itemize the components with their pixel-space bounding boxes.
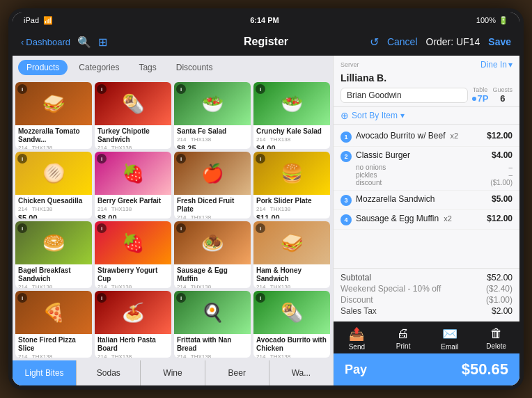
product-num-13: 214 THX138 [18,353,89,358]
product-num-10: 214 THX138 [97,284,169,288]
status-left: iPad 📶 [24,16,53,25]
product-card-11[interactable]: 🧆 i Sausage & Egg Muffin 214 THX138 $6.0… [174,221,251,288]
info-badge-7: i [176,154,186,164]
product-card-15[interactable]: 🍳 i Frittata with Nan Bread 214 THX138 $… [174,291,251,358]
product-num-1: 214 THX138 [18,145,89,149]
product-card-5[interactable]: 🫓 i Chicken Quesadilla 214 THX138 $5.00 [15,152,92,218]
weekend-special-value: ($2.40) [486,284,513,294]
chevron-left-icon: ‹ [21,37,24,47]
product-card-6[interactable]: 🍓 i Berry Greek Parfait 214 THX138 $8.00 [95,152,171,218]
product-card-2[interactable]: 🌯 i Turkey Chipotle Sandwich 214 THX138 … [95,82,171,149]
product-card-14[interactable]: 🍝 i Italian Herb Pasta Board 214 THX138 … [95,291,171,358]
item-num-badge-2: 2 [341,151,352,162]
email-icon: ✉️ [442,326,457,342]
table-number: 7P [478,93,489,104]
product-card-8[interactable]: 🍔 i Pork Slider Plate 214 THX138 $11.00 [253,152,330,218]
item-price-2: $4.00 [492,150,513,160]
ipad-label: iPad [24,16,39,24]
save-button[interactable]: Save [488,36,511,47]
product-card-16[interactable]: 🌯 i Avocado Burrito with Chicken 214 THX… [253,291,330,358]
category-wa[interactable]: Wa... [269,360,333,385]
pay-label: Pay [345,363,367,377]
order-item-3[interactable]: 3 Mozzarella Sandwich $5.00 [334,191,519,210]
product-num-5: 214 THX138 [18,206,89,212]
product-name-5: Chicken Quesadilla [18,197,89,205]
product-card-13[interactable]: 🍕 i Stone Fired Pizza Slice 214 THX138 $… [15,291,92,358]
modifier-label: discount [356,179,382,186]
customer-input[interactable] [341,88,468,103]
product-grid: 🥪 i Mozzeralla Tomato Sandw... 214 THX13… [13,79,333,360]
category-light-bites[interactable]: Light Bites [13,360,77,385]
delete-button[interactable]: 🗑 Delete [473,326,519,351]
discount-value: ($1.00) [486,295,513,305]
refresh-icon[interactable]: ↺ [370,35,379,49]
product-price-3: $8.25 [177,144,248,149]
order-label: Order: UF14 [426,36,480,47]
modifier-row: no onions – [356,164,513,171]
product-info-2: Turkey Chipotle Sandwich 214 THX138 $8.0… [95,125,171,149]
item-num-badge-1: 1 [341,132,352,143]
product-card-1[interactable]: 🥪 i Mozzeralla Tomato Sandw... 214 THX13… [15,82,92,149]
product-card-4[interactable]: 🥗 i Crunchy Kale Salad 214 THX138 $4.00 [253,82,330,149]
product-info-11: Sausage & Egg Muffin 214 THX138 $6.00 [174,264,251,288]
pay-bar[interactable]: Pay $50.65 [334,353,519,385]
battery-icon: 🔋 [499,16,508,25]
product-num-9: 214 THX138 [18,284,89,288]
order-item-4[interactable]: 4 Sausage & Egg Muffin x2 $12.00 [334,210,519,230]
dine-in-button[interactable]: Dine In ▾ [480,60,513,70]
product-card-7[interactable]: 🍎 i Fresh Diced Fruit Plate 214 THX138 $… [174,152,251,218]
tab-categories[interactable]: Categories [70,60,127,75]
nav-right: ↺ Cancel Order: UF14 Save [347,35,511,49]
product-num-12: 214 THX138 [256,284,327,288]
product-card-12[interactable]: 🥪 i Ham & Honey Sandwich 214 THX138 $6.0… [253,221,330,288]
order-items: 1 Avocado Burrito w/ Beef x2 $12.00 2 Cl… [334,125,519,268]
order-item-main-4: 4 Sausage & Egg Muffin x2 $12.00 [341,214,513,225]
sort-button[interactable]: ⊕ Sort By Item ▾ [341,110,405,121]
search-icon[interactable]: 🔍 [77,35,91,49]
table-dot [472,97,476,101]
discount-row: Discount ($1.00) [341,295,513,305]
tab-tags[interactable]: Tags [130,60,164,75]
sort-label: Sort By Item [352,111,398,120]
modifier-row: pickles – [356,171,513,179]
order-item-1[interactable]: 1 Avocado Burrito w/ Beef x2 $12.00 [334,127,519,147]
product-card-10[interactable]: 🍓 i Strawberry Yogurt Cup 214 THX138 $6.… [95,221,171,288]
back-button[interactable]: ‹ Dashboard [21,37,70,47]
product-num-8: 214 THX138 [256,206,327,212]
product-card-9[interactable]: 🥯 i Bagel Breakfast Sandwich 214 THX138 … [15,221,92,288]
email-button[interactable]: ✉️ Email [427,326,474,351]
order-item-main-1: 1 Avocado Burrito w/ Beef x2 $12.00 [341,131,513,143]
print-button[interactable]: 🖨 Print [380,326,427,351]
product-name-8: Pork Slider Plate [256,197,327,205]
order-header: Server Dine In ▾ Lilliana B. Table [334,56,519,107]
battery-label: 100% [476,16,496,24]
product-info-8: Pork Slider Plate 214 THX138 $11.00 [253,195,330,218]
ipad-frame: iPad 📶 6:14 PM 100% 🔋 ‹ Dashboard 🔍 ⊞ Re… [8,8,524,390]
grid-icon[interactable]: ⊞ [98,35,107,49]
send-button[interactable]: 📤 Send [334,326,380,351]
item-num-badge-4: 4 [341,214,352,225]
discount-label: Discount [341,295,373,305]
item-name-3: Mozzarella Sandwich [356,194,435,204]
product-info-3: Santa Fe Salad 214 THX138 $8.25 [174,125,251,149]
category-wine[interactable]: Wine [141,360,205,385]
tab-products[interactable]: Products [18,60,68,75]
table-group: Table 7P [472,86,489,104]
action-bar: 📤 Send 🖨 Print ✉️ Email 🗑 Delete [334,321,519,353]
info-badge-1: i [17,84,27,94]
cancel-button[interactable]: Cancel [387,36,418,47]
product-price-4: $4.00 [256,144,327,149]
tab-discounts[interactable]: Discounts [168,60,221,75]
category-sodas[interactable]: Sodas [77,360,141,385]
customer-row: Table 7P Guests 6 [341,86,513,104]
product-num-7: 214 THX138 [177,214,248,218]
product-info-4: Crunchy Kale Salad 214 THX138 $4.00 [253,125,330,149]
product-card-3[interactable]: 🥗 i Santa Fe Salad 214 THX138 $8.25 [174,82,251,149]
left-panel: Products Categories Tags Discounts 🥪 i M… [13,56,333,385]
weekend-special-label: Weekend Special - 10% off [341,284,441,294]
product-info-12: Ham & Honey Sandwich 214 THX138 $6.00 [253,264,330,288]
modifier-value: – [508,171,513,179]
category-beer[interactable]: Beer [205,360,269,385]
product-name-10: Strawberry Yogurt Cup [97,266,169,283]
order-item-2[interactable]: 2 Classic Burger $4.00 no onions – pickl… [334,147,519,191]
